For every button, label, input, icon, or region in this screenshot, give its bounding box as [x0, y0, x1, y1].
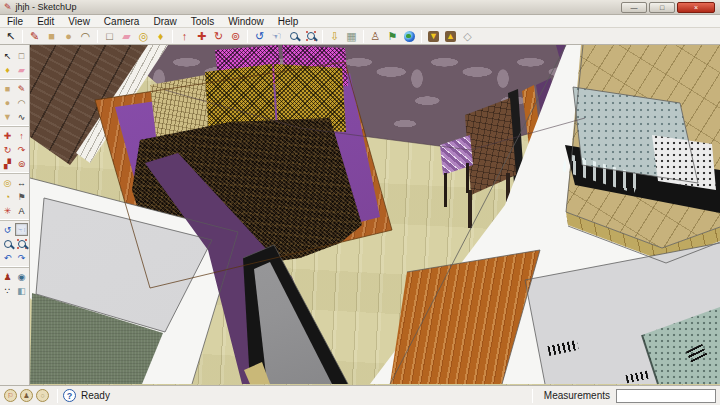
share-component-button[interactable]: ◇	[459, 28, 476, 44]
dimension-tool-button[interactable]: ↔	[15, 176, 28, 189]
left-toolbar: ↖□♦▰■✎●◠▼∿✚↑↻↷▞⊚◎↔◔⚑✳A↺☜↶↷♟◉∵◧	[0, 45, 30, 385]
move-tool-button[interactable]: ✚	[1, 129, 14, 142]
toolbar-separator	[322, 30, 323, 43]
rotate-tool-button[interactable]: ↻	[1, 143, 14, 156]
zoom-extents-tool-button[interactable]	[15, 237, 28, 250]
menu-tools[interactable]: Tools	[184, 15, 221, 28]
make-component-button[interactable]: □	[15, 49, 28, 62]
offset-tool-button[interactable]: ⊚	[227, 28, 244, 44]
push-pull-tool-icon: ↑	[182, 30, 188, 42]
scale-tool-icon: ▞	[4, 159, 11, 169]
window-title: jhjh - SketchUp	[16, 2, 77, 12]
select-tool-button[interactable]: ↖	[1, 49, 14, 62]
photo-textures-button[interactable]: ♙	[367, 28, 384, 44]
axes-tool-button[interactable]: ✳	[1, 204, 14, 217]
circle-tool-button[interactable]: ●	[60, 28, 77, 44]
circle-tool-button[interactable]: ●	[1, 96, 14, 109]
polygon-tool-icon: ▼	[3, 112, 12, 122]
top-toolbar: ↖✎■●◠□▰◎♦↑✚↻⊚↺☜⇩▦♙⚑▼▲◇	[0, 28, 720, 45]
orbit-tool-button[interactable]: ↺	[1, 223, 14, 236]
eraser-tool-icon: ▰	[122, 30, 130, 42]
menu-edit[interactable]: Edit	[30, 15, 61, 28]
offset-tool-button[interactable]: ⊚	[15, 157, 28, 170]
select-tool-icon: ↖	[6, 30, 15, 42]
pan-tool-button[interactable]: ☜	[268, 28, 285, 44]
rectangle-tool-button[interactable]: ■	[43, 28, 60, 44]
menu-view[interactable]: View	[61, 15, 97, 28]
next-view-button[interactable]: ↷	[15, 251, 28, 264]
3d-text-tool-button[interactable]: A	[15, 204, 28, 217]
measurements-input[interactable]	[616, 389, 716, 403]
viewport-canvas[interactable]: EWA	[30, 45, 720, 385]
rotate-tool-button[interactable]: ↻	[210, 28, 227, 44]
credit-status-icon[interactable]: ♟	[20, 389, 33, 402]
previous-view-button[interactable]: ↶	[1, 251, 14, 264]
push-pull-tool-button[interactable]: ↑	[176, 28, 193, 44]
get-models-button[interactable]: ▼	[425, 28, 442, 44]
line-tool-button[interactable]: ✎	[26, 28, 43, 44]
walk-tool-button[interactable]: ∵	[1, 284, 14, 297]
zoom-extents-tool-icon	[307, 32, 315, 40]
paint-bucket-tool-button[interactable]: ♦	[1, 63, 14, 76]
zoom-tool-button[interactable]	[1, 237, 14, 250]
look-around-tool-icon: ◉	[18, 272, 26, 282]
follow-me-tool-button[interactable]: ↷	[15, 143, 28, 156]
close-button[interactable]: ×	[677, 2, 715, 13]
move-tool-button[interactable]: ✚	[193, 28, 210, 44]
chair-leg[interactable]	[466, 163, 469, 193]
signin-status-icon[interactable]: ○	[36, 389, 49, 402]
pan-tool-button[interactable]: ☜	[15, 223, 28, 236]
desk-leg[interactable]	[468, 190, 472, 228]
menu-camera[interactable]: Camera	[97, 15, 147, 28]
look-around-tool-button[interactable]: ◉	[15, 270, 28, 283]
rectangle-tool-button[interactable]: ■	[1, 82, 14, 95]
toggle-terrain-button[interactable]: ▦	[343, 28, 360, 44]
pan-tool-icon: ☜	[17, 225, 25, 235]
get-models-icon: ▼	[428, 31, 439, 42]
geolocation-status-icon[interactable]: ⚐	[4, 389, 17, 402]
text-tool-icon: ⚑	[17, 192, 25, 202]
menu-draw[interactable]: Draw	[146, 15, 183, 28]
arc-tool-button[interactable]: ◠	[15, 96, 28, 109]
zoom-extents-tool-button[interactable]	[302, 28, 319, 44]
menu-help[interactable]: Help	[271, 15, 306, 28]
tape-measure-tool-button[interactable]: ◎	[135, 28, 152, 44]
tape-measure-tool-icon: ◎	[139, 30, 149, 42]
minimize-button[interactable]: —	[621, 2, 647, 13]
arc-tool-icon: ◠	[81, 30, 91, 42]
menu-file[interactable]: File	[0, 15, 30, 28]
arc-tool-button[interactable]: ◠	[77, 28, 94, 44]
menu-window[interactable]: Window	[221, 15, 271, 28]
make-component-icon: □	[106, 30, 113, 42]
make-component-button[interactable]: □	[101, 28, 118, 44]
measurements-label: Measurements	[544, 390, 610, 401]
protractor-tool-button[interactable]: ◔	[1, 190, 14, 203]
push-pull-tool-icon: ↑	[19, 131, 24, 141]
line-tool-button[interactable]: ✎	[15, 82, 28, 95]
select-tool-button[interactable]: ↖	[2, 28, 19, 44]
share-model-button[interactable]: ▲	[442, 28, 459, 44]
eraser-tool-button[interactable]: ▰	[15, 63, 28, 76]
chair-leg[interactable]	[444, 173, 447, 207]
orbit-tool-button[interactable]: ↺	[251, 28, 268, 44]
toolbar-separator	[421, 30, 422, 43]
eraser-tool-button[interactable]: ▰	[118, 28, 135, 44]
freehand-tool-button[interactable]: ∿	[15, 110, 28, 123]
tape-measure-tool-button[interactable]: ◎	[1, 176, 14, 189]
add-location-button[interactable]: ⚑	[384, 28, 401, 44]
move-tool-icon: ✚	[197, 30, 206, 42]
maximize-button[interactable]: □	[649, 2, 675, 13]
toolbar-separator	[172, 30, 173, 43]
push-pull-tool-button[interactable]: ↑	[15, 129, 28, 142]
scale-tool-button[interactable]: ▞	[1, 157, 14, 170]
orbit-tool-icon: ↺	[255, 30, 264, 42]
preview-in-google-earth-button[interactable]	[401, 28, 418, 44]
section-plane-tool-button[interactable]: ◧	[15, 284, 28, 297]
zoom-tool-button[interactable]	[285, 28, 302, 44]
get-current-view-button[interactable]: ⇩	[326, 28, 343, 44]
polygon-tool-button[interactable]: ▼	[1, 110, 14, 123]
text-tool-button[interactable]: ⚑	[15, 190, 28, 203]
paint-bucket-tool-button[interactable]: ♦	[152, 28, 169, 44]
help-icon[interactable]: ?	[63, 389, 76, 402]
position-camera-tool-button[interactable]: ♟	[1, 270, 14, 283]
